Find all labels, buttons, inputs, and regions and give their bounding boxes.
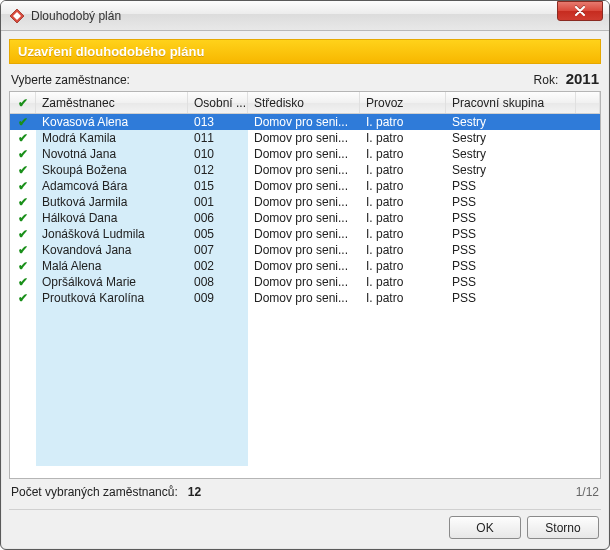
table-row-empty bbox=[10, 306, 600, 322]
cell-personal: 011 bbox=[188, 130, 248, 146]
cell-empty bbox=[248, 338, 360, 354]
col-center[interactable]: Středisko bbox=[248, 92, 360, 113]
titlebar[interactable]: Dlouhodobý plán bbox=[1, 1, 609, 31]
row-check[interactable]: ✔ bbox=[10, 130, 36, 146]
select-employees-label: Vyberte zaměstnance: bbox=[11, 73, 130, 87]
row-check[interactable]: ✔ bbox=[10, 274, 36, 290]
cell-empty bbox=[248, 450, 360, 466]
cell-employee: Novotná Jana bbox=[36, 146, 188, 162]
row-check[interactable]: ✔ bbox=[10, 178, 36, 194]
cell-spacer bbox=[576, 290, 600, 306]
cell-spacer bbox=[576, 114, 600, 130]
table-row[interactable]: ✔Skoupá Božena012Domov pro seni...I. pat… bbox=[10, 162, 600, 178]
cell-empty bbox=[360, 306, 446, 322]
col-check[interactable]: ✔ bbox=[10, 92, 36, 113]
cell-empty bbox=[360, 338, 446, 354]
row-check[interactable]: ✔ bbox=[10, 258, 36, 274]
table-row[interactable]: ✔Novotná Jana010Domov pro seni...I. patr… bbox=[10, 146, 600, 162]
cell-empty bbox=[36, 370, 188, 386]
cell-operation: I. patro bbox=[360, 178, 446, 194]
cell-empty bbox=[188, 434, 248, 450]
cancel-button[interactable]: Storno bbox=[527, 516, 599, 539]
client-area: Uzavření dlouhodobého plánu Vyberte zamě… bbox=[1, 31, 609, 549]
cell-empty bbox=[446, 386, 576, 402]
col-operation[interactable]: Provoz bbox=[360, 92, 446, 113]
cell-center: Domov pro seni... bbox=[248, 114, 360, 130]
row-check[interactable]: ✔ bbox=[10, 226, 36, 242]
cell-empty bbox=[188, 354, 248, 370]
cell-workgroup: PSS bbox=[446, 194, 576, 210]
cell-employee: Adamcová Bára bbox=[36, 178, 188, 194]
cell-employee: Malá Alena bbox=[36, 258, 188, 274]
cell-employee: Modrá Kamila bbox=[36, 130, 188, 146]
cell-employee: Proutková Karolína bbox=[36, 290, 188, 306]
app-icon bbox=[9, 8, 25, 24]
cell-empty bbox=[10, 322, 36, 338]
table-row[interactable]: ✔Adamcová Bára015Domov pro seni...I. pat… bbox=[10, 178, 600, 194]
checkmark-icon: ✔ bbox=[18, 96, 28, 110]
cell-center: Domov pro seni... bbox=[248, 194, 360, 210]
row-check[interactable]: ✔ bbox=[10, 194, 36, 210]
col-employee[interactable]: Zaměstnanec bbox=[36, 92, 188, 113]
table-row[interactable]: ✔Kovandová Jana007Domov pro seni...I. pa… bbox=[10, 242, 600, 258]
cell-empty bbox=[360, 386, 446, 402]
cell-empty bbox=[360, 402, 446, 418]
table-row[interactable]: ✔Proutková Karolína009Domov pro seni...I… bbox=[10, 290, 600, 306]
checkmark-icon: ✔ bbox=[18, 115, 28, 129]
row-check[interactable]: ✔ bbox=[10, 162, 36, 178]
cell-personal: 005 bbox=[188, 226, 248, 242]
cell-empty bbox=[248, 418, 360, 434]
table-row[interactable]: ✔Malá Alena002Domov pro seni...I. patroP… bbox=[10, 258, 600, 274]
checkmark-icon: ✔ bbox=[18, 195, 28, 209]
cell-operation: I. patro bbox=[360, 130, 446, 146]
cell-empty bbox=[248, 386, 360, 402]
cell-empty bbox=[446, 402, 576, 418]
ok-button[interactable]: OK bbox=[449, 516, 521, 539]
cell-center: Domov pro seni... bbox=[248, 274, 360, 290]
row-check[interactable]: ✔ bbox=[10, 242, 36, 258]
cell-workgroup: PSS bbox=[446, 210, 576, 226]
table-row[interactable]: ✔Jonášková Ludmila005Domov pro seni...I.… bbox=[10, 226, 600, 242]
cell-center: Domov pro seni... bbox=[248, 210, 360, 226]
cell-empty bbox=[248, 434, 360, 450]
close-icon bbox=[574, 6, 586, 16]
table-row[interactable]: ✔Opršálková Marie008Domov pro seni...I. … bbox=[10, 274, 600, 290]
cell-empty bbox=[36, 450, 188, 466]
col-personal[interactable]: Osobní ... bbox=[188, 92, 248, 113]
close-button[interactable] bbox=[557, 1, 603, 21]
cell-spacer bbox=[576, 226, 600, 242]
cell-operation: I. patro bbox=[360, 162, 446, 178]
table-row-empty bbox=[10, 450, 600, 466]
cell-empty bbox=[10, 402, 36, 418]
cell-empty bbox=[248, 354, 360, 370]
cell-empty bbox=[576, 338, 600, 354]
cell-operation: I. patro bbox=[360, 210, 446, 226]
cell-workgroup: PSS bbox=[446, 258, 576, 274]
cell-empty bbox=[188, 370, 248, 386]
cell-empty bbox=[188, 322, 248, 338]
grid-body[interactable]: ✔Kovasová Alena013Domov pro seni...I. pa… bbox=[10, 114, 600, 478]
row-check[interactable]: ✔ bbox=[10, 210, 36, 226]
row-check[interactable]: ✔ bbox=[10, 146, 36, 162]
table-row[interactable]: ✔Hálková Dana006Domov pro seni...I. patr… bbox=[10, 210, 600, 226]
table-row[interactable]: ✔Kovasová Alena013Domov pro seni...I. pa… bbox=[10, 114, 600, 130]
row-check[interactable]: ✔ bbox=[10, 114, 36, 130]
table-row[interactable]: ✔Butková Jarmila001Domov pro seni...I. p… bbox=[10, 194, 600, 210]
cell-workgroup: PSS bbox=[446, 290, 576, 306]
cell-empty bbox=[576, 306, 600, 322]
cell-center: Domov pro seni... bbox=[248, 226, 360, 242]
col-workgroup[interactable]: Pracovní skupina bbox=[446, 92, 576, 113]
cell-employee: Kovasová Alena bbox=[36, 114, 188, 130]
table-row[interactable]: ✔Modrá Kamila011Domov pro seni...I. patr… bbox=[10, 130, 600, 146]
cell-empty bbox=[10, 338, 36, 354]
cell-workgroup: PSS bbox=[446, 274, 576, 290]
pager: 1/12 bbox=[576, 485, 599, 499]
cell-empty bbox=[360, 370, 446, 386]
cell-employee: Hálková Dana bbox=[36, 210, 188, 226]
button-bar: OK Storno bbox=[9, 516, 601, 541]
row-check[interactable]: ✔ bbox=[10, 290, 36, 306]
selected-count-value: 12 bbox=[188, 485, 201, 499]
cell-empty bbox=[188, 338, 248, 354]
cell-spacer bbox=[576, 258, 600, 274]
cell-workgroup: PSS bbox=[446, 242, 576, 258]
